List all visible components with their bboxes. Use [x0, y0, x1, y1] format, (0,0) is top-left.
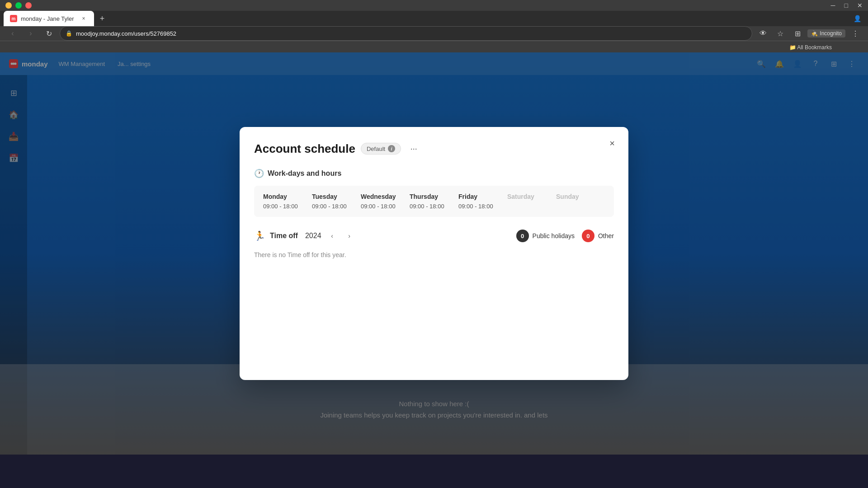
win-maximize-icon[interactable]: □ — [844, 2, 848, 9]
other-label: Other — [598, 232, 614, 239]
workday-wednesday: Wednesday 09:00 - 18:00 — [361, 193, 410, 210]
address-bar[interactable]: 🔒 moodjoy.monday.com/users/52769852 — [60, 26, 752, 41]
tuesday-label: Tuesday — [312, 193, 361, 200]
modal-overlay: Account schedule Default i ··· × 🕐 Work-… — [0, 52, 868, 455]
time-off-title: Time off — [270, 232, 298, 240]
new-tab-button[interactable]: + — [96, 12, 108, 25]
time-off-header: 🏃 Time off 2024 ‹ › 0 Public holidays 0 … — [254, 230, 614, 242]
workdays-row: Monday 09:00 - 18:00 Tuesday 09:00 - 18:… — [263, 193, 605, 210]
public-holidays-count: 0 — [516, 230, 529, 242]
incognito-label: Incognito — [820, 30, 842, 37]
year-display: 2024 — [305, 232, 321, 240]
all-bookmarks[interactable]: 📁 All Bookmarks — [789, 44, 832, 51]
prev-year-button[interactable]: ‹ — [326, 230, 339, 242]
friday-label: Friday — [458, 193, 507, 200]
maximize-button[interactable] — [15, 2, 22, 9]
incognito-icon: 🕵 — [811, 30, 818, 37]
win-minimize-icon[interactable]: ─ — [831, 2, 835, 9]
profile-icon-button[interactable]: 👤 — [850, 11, 864, 26]
minimize-button[interactable] — [5, 2, 12, 9]
monday-hours: 09:00 - 18:00 — [263, 203, 312, 210]
workday-friday: Friday 09:00 - 18:00 — [458, 193, 507, 210]
workday-tuesday: Tuesday 09:00 - 18:00 — [312, 193, 361, 210]
eye-off-icon-button[interactable]: 👁 — [756, 26, 770, 41]
forward-button[interactable]: › — [24, 26, 38, 41]
work-days-section-header: 🕐 Work-days and hours — [254, 169, 614, 178]
modal-header: Account schedule Default i ··· × — [254, 141, 614, 156]
next-year-button[interactable]: › — [343, 230, 356, 242]
info-icon: i — [388, 145, 395, 152]
no-time-off-message: There is no Time off for this year. — [254, 251, 614, 258]
menu-button[interactable]: ⋮ — [848, 26, 863, 41]
back-button[interactable]: ‹ — [5, 26, 20, 41]
monday-label: Monday — [263, 193, 312, 200]
tab-bar: m monday - Jane Tyler × + 👤 — [0, 11, 868, 26]
close-window-button[interactable] — [25, 2, 32, 9]
window-controls — [5, 2, 32, 9]
wednesday-hours: 09:00 - 18:00 — [361, 203, 410, 210]
tab-title: monday - Jane Tyler — [21, 15, 74, 22]
work-days-title: Work-days and hours — [268, 169, 341, 178]
sidebar-toggle-button[interactable]: ⊞ — [790, 26, 805, 41]
clock-icon: 🕐 — [254, 169, 264, 178]
time-off-left: 🏃 Time off 2024 ‹ › — [254, 230, 356, 242]
public-holidays-label: Public holidays — [533, 232, 575, 239]
saturday-label: Saturday — [507, 193, 556, 200]
bookmarks-bar: 📁 All Bookmarks — [0, 41, 868, 52]
browser-toolbar: ‹ › ↻ 🔒 moodjoy.monday.com/users/5276985… — [0, 26, 868, 41]
win-close-icon[interactable]: ✕ — [857, 2, 863, 9]
workday-thursday: Thursday 09:00 - 18:00 — [410, 193, 458, 210]
reload-button[interactable]: ↻ — [42, 26, 56, 41]
workdays-table: Monday 09:00 - 18:00 Tuesday 09:00 - 18:… — [254, 186, 614, 217]
workday-saturday: Saturday — [507, 193, 556, 210]
thursday-hours: 09:00 - 18:00 — [410, 203, 458, 210]
modal-close-button[interactable]: × — [605, 136, 619, 150]
incognito-badge[interactable]: 🕵 Incognito — [807, 29, 845, 38]
toolbar-right: 👁 ☆ ⊞ 🕵 Incognito ⋮ — [756, 26, 863, 41]
more-options-button[interactable]: ··· — [406, 141, 421, 156]
account-schedule-modal: Account schedule Default i ··· × 🕐 Work-… — [240, 127, 628, 380]
tuesday-hours: 09:00 - 18:00 — [312, 203, 361, 210]
bookmarks-label: 📁 All Bookmarks — [789, 43, 832, 51]
modal-title: Account schedule — [254, 142, 355, 156]
other-badge: 0 Other — [582, 230, 614, 242]
friday-hours: 09:00 - 18:00 — [458, 203, 507, 210]
browser-titlebar: ─ □ ✕ — [0, 0, 868, 11]
lock-icon: 🔒 — [66, 30, 72, 37]
public-holidays-badge: 0 Public holidays — [516, 230, 575, 242]
time-off-icon: 🏃 — [254, 230, 265, 241]
workday-monday: Monday 09:00 - 18:00 — [263, 193, 312, 210]
default-badge-label: Default — [367, 145, 385, 152]
wednesday-label: Wednesday — [361, 193, 410, 200]
workday-sunday: Sunday — [556, 193, 605, 210]
default-badge[interactable]: Default i — [361, 143, 401, 155]
thursday-label: Thursday — [410, 193, 458, 200]
sunday-label: Sunday — [556, 193, 605, 200]
bookmark-icon-button[interactable]: ☆ — [773, 26, 788, 41]
tab-close-button[interactable]: × — [80, 14, 88, 23]
browser-tab-active[interactable]: m monday - Jane Tyler × — [4, 11, 94, 26]
time-off-right: 0 Public holidays 0 Other — [516, 230, 614, 242]
app-container: monday WM Management Ja... settings 🔍 🔔 … — [0, 52, 868, 455]
other-count: 0 — [582, 230, 594, 242]
browser-chrome: ─ □ ✕ m monday - Jane Tyler × + 👤 ‹ › ↻ … — [0, 0, 868, 41]
address-url: moodjoy.monday.com/users/52769852 — [76, 30, 176, 37]
tab-favicon: m — [10, 15, 17, 22]
